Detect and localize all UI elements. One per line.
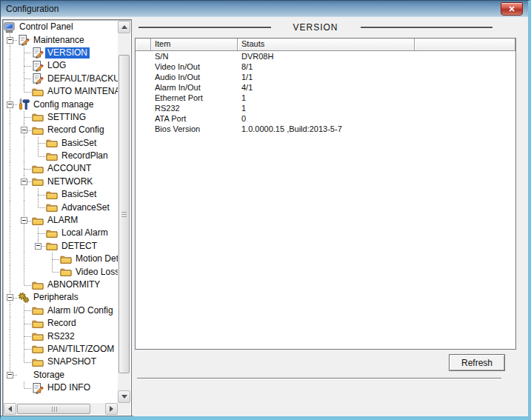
expand-toggle[interactable] xyxy=(7,37,13,44)
column-header[interactable]: Stauts xyxy=(238,39,415,50)
tree-item-label[interactable]: Peripherals xyxy=(31,292,81,303)
tree-connector xyxy=(4,330,18,342)
tree-item[interactable]: SNAPSHOT xyxy=(4,356,118,368)
tree-item[interactable]: Motion Detect xyxy=(4,253,118,265)
tree-item-label[interactable]: NETWORK xyxy=(45,176,95,187)
tree-connector xyxy=(4,356,18,368)
tree-item[interactable]: RS232 xyxy=(4,330,118,342)
tree-item[interactable]: SETTING xyxy=(4,111,118,124)
tree-item-label[interactable]: DEFAULT/BACKUP xyxy=(45,73,118,84)
tree-item-label[interactable]: Storage xyxy=(31,370,67,381)
tree-connector xyxy=(18,381,32,394)
tree-item-label[interactable]: Motion Detect xyxy=(73,253,118,264)
tree-item[interactable]: BasicSet xyxy=(4,137,118,150)
tree-item-label[interactable]: AUTO MAINTENANCE xyxy=(45,86,118,97)
tree-item[interactable]: Config manage xyxy=(4,98,118,110)
tree-item[interactable]: ABNORMITY xyxy=(4,279,118,291)
folder-icon xyxy=(32,330,45,342)
tree-item[interactable]: DEFAULT/BACKUP xyxy=(4,73,118,85)
tree-item-label[interactable]: HDD INFO xyxy=(45,382,93,393)
scroll-down-button[interactable] xyxy=(118,390,130,403)
tree-item-label[interactable]: SETTING xyxy=(45,112,88,123)
tree-item-label[interactable]: RecordPlan xyxy=(59,150,110,161)
tree-item[interactable]: Record xyxy=(4,317,118,330)
tree-item[interactable]: LOG xyxy=(4,59,118,72)
scroll-left-button[interactable] xyxy=(4,403,16,415)
tree-item[interactable]: Local Alarm xyxy=(4,227,118,239)
column-header[interactable] xyxy=(136,39,151,50)
expand-toggle[interactable] xyxy=(21,127,27,133)
tree-item-label[interactable]: ACCOUNT xyxy=(45,163,93,174)
tree-item[interactable]: Alarm I/O Config xyxy=(4,304,118,317)
close-button[interactable]: ✕ xyxy=(501,2,523,16)
tree-item[interactable]: NETWORK xyxy=(4,176,118,188)
tree-item-label[interactable]: Local Alarm xyxy=(59,227,110,239)
expand-toggle[interactable] xyxy=(7,372,13,379)
table-row[interactable]: Alarm In/Out4/1 xyxy=(136,82,515,93)
horizontal-scroll-thumb[interactable] xyxy=(17,404,90,414)
tree-connector xyxy=(18,137,32,150)
tree-item-label[interactable]: DETECT xyxy=(59,241,99,252)
tree-item[interactable]: BasicSet xyxy=(4,188,118,201)
tree-item[interactable]: ALARM xyxy=(4,214,118,227)
tree-item[interactable]: Record Config xyxy=(4,124,118,136)
table-row[interactable]: S/NDVR08H xyxy=(136,51,515,61)
tree-item-label[interactable]: ALARM xyxy=(45,215,80,226)
tree-item[interactable]: DETECT xyxy=(4,240,118,253)
column-header[interactable] xyxy=(415,39,515,50)
table-row[interactable]: Video In/Out8/1 xyxy=(136,61,515,72)
expand-toggle[interactable] xyxy=(7,101,13,108)
tree-item[interactable]: VERSION xyxy=(4,47,118,59)
scroll-up-icon xyxy=(121,25,127,29)
table-row[interactable]: Audio In/Out1/1 xyxy=(136,72,515,82)
tree-item-label[interactable]: Record xyxy=(45,318,79,329)
tree-item[interactable]: Storage xyxy=(4,369,118,381)
tree-item[interactable]: AdvanceSet xyxy=(4,201,118,213)
item-cell: Bios Version xyxy=(151,124,238,134)
tree-vertical-scrollbar[interactable] xyxy=(118,21,130,403)
tree-connector xyxy=(4,124,18,136)
tree-item-label[interactable]: ABNORMITY xyxy=(45,279,102,290)
table-row[interactable]: RS2321 xyxy=(136,103,515,113)
tree-item-label[interactable]: Control Panel xyxy=(17,21,76,33)
vertical-scroll-thumb[interactable] xyxy=(118,55,130,373)
tree-item[interactable]: Video Loss xyxy=(4,265,118,278)
tree-item-label[interactable]: RS232 xyxy=(45,331,77,342)
column-header[interactable]: Item xyxy=(151,39,238,50)
tree-item-label[interactable]: BasicSet xyxy=(59,138,98,149)
tree-connector xyxy=(18,330,32,342)
tree-item[interactable]: ACCOUNT xyxy=(4,162,118,175)
tree-item-label[interactable]: BasicSet xyxy=(59,189,98,200)
tree-item[interactable]: Maintenance xyxy=(4,33,118,46)
tree-item-label[interactable]: LOG xyxy=(45,60,68,71)
expand-toggle[interactable] xyxy=(7,294,13,301)
scroll-right-button[interactable] xyxy=(105,403,118,415)
title-bar[interactable]: Configuration ✕ xyxy=(1,1,528,17)
scroll-up-button[interactable] xyxy=(118,21,130,33)
folder-icon xyxy=(60,253,73,265)
tree-item[interactable]: Peripherals xyxy=(4,291,118,304)
tree-item-label[interactable]: Maintenance xyxy=(31,35,87,46)
table-row[interactable]: Bios Version1.0.0000.15 ,Build:2013-5-7 xyxy=(136,124,515,134)
tree-item[interactable]: Control Panel xyxy=(4,21,118,33)
tree-item[interactable]: RecordPlan xyxy=(4,150,118,162)
tree-item-label[interactable]: Config manage xyxy=(31,99,96,110)
tree-horizontal-scrollbar[interactable] xyxy=(4,403,118,415)
table-row[interactable]: ATA Port0 xyxy=(136,113,515,124)
tree-item-label[interactable]: AdvanceSet xyxy=(59,202,112,213)
tree-item-label[interactable]: PAN/TILT/ZOOM xyxy=(45,344,116,355)
tree-connector xyxy=(18,59,32,72)
expand-toggle[interactable] xyxy=(21,179,27,185)
tree-item-label[interactable]: Alarm I/O Config xyxy=(45,305,116,316)
tree-item-label[interactable]: Record Config xyxy=(45,124,107,136)
tree-item-label[interactable]: VERSION xyxy=(45,47,90,59)
expand-toggle[interactable] xyxy=(35,243,41,250)
tree-item-label[interactable]: Video Loss xyxy=(73,267,118,278)
tree-item[interactable]: HDD INFO xyxy=(4,381,118,394)
expand-toggle[interactable] xyxy=(21,217,27,224)
tree-item[interactable]: PAN/TILT/ZOOM xyxy=(4,343,118,356)
tree-item[interactable]: AUTO MAINTENANCE xyxy=(4,85,118,98)
refresh-button[interactable]: Refresh xyxy=(449,354,505,371)
tree-item-label[interactable]: SNAPSHOT xyxy=(45,356,98,367)
table-row[interactable]: Ethernet Port1 xyxy=(136,93,515,103)
